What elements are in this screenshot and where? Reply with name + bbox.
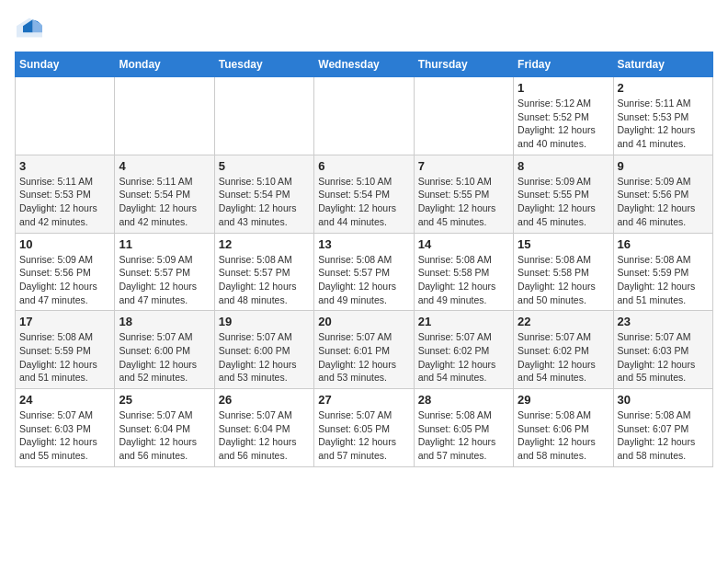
day-of-week-header: Friday	[514, 52, 613, 77]
calendar-week-row: 24Sunrise: 5:07 AM Sunset: 6:03 PM Dayli…	[16, 389, 713, 467]
calendar-day-cell: 5Sunrise: 5:10 AM Sunset: 5:54 PM Daylig…	[214, 155, 313, 233]
day-of-week-header: Thursday	[414, 52, 513, 77]
calendar-day-cell: 25Sunrise: 5:07 AM Sunset: 6:04 PM Dayli…	[115, 389, 214, 467]
day-info: Sunrise: 5:10 AM Sunset: 5:54 PM Dayligh…	[318, 175, 409, 229]
day-number: 24	[19, 393, 110, 407]
day-of-week-header: Saturday	[613, 52, 712, 77]
calendar-header-row: SundayMondayTuesdayWednesdayThursdayFrid…	[16, 52, 713, 77]
day-number: 28	[418, 393, 509, 407]
calendar-week-row: 17Sunrise: 5:08 AM Sunset: 5:59 PM Dayli…	[16, 311, 713, 389]
calendar-day-cell: 28Sunrise: 5:08 AM Sunset: 6:05 PM Dayli…	[414, 389, 513, 467]
day-info: Sunrise: 5:09 AM Sunset: 5:55 PM Dayligh…	[518, 175, 609, 229]
day-info: Sunrise: 5:08 AM Sunset: 6:07 PM Dayligh…	[618, 408, 709, 463]
day-number: 9	[618, 159, 709, 173]
calendar-day-cell: 12Sunrise: 5:08 AM Sunset: 5:57 PM Dayli…	[214, 233, 313, 311]
day-number: 1	[518, 81, 609, 95]
day-number: 22	[518, 315, 609, 328]
day-info: Sunrise: 5:08 AM Sunset: 5:59 PM Dayligh…	[19, 330, 110, 385]
day-info: Sunrise: 5:07 AM Sunset: 6:04 PM Dayligh…	[119, 408, 210, 463]
day-info: Sunrise: 5:11 AM Sunset: 5:54 PM Dayligh…	[119, 175, 210, 229]
day-number: 12	[219, 237, 310, 251]
calendar-day-cell: 13Sunrise: 5:08 AM Sunset: 5:57 PM Dayli…	[314, 233, 414, 311]
day-info: Sunrise: 5:08 AM Sunset: 5:58 PM Dayligh…	[518, 253, 609, 307]
calendar-week-row: 3Sunrise: 5:11 AM Sunset: 5:53 PM Daylig…	[16, 155, 713, 233]
calendar-day-cell: 10Sunrise: 5:09 AM Sunset: 5:56 PM Dayli…	[16, 233, 115, 311]
calendar-day-cell: 8Sunrise: 5:09 AM Sunset: 5:55 PM Daylig…	[514, 155, 613, 233]
page-header	[15, 15, 713, 40]
calendar-day-cell	[16, 77, 115, 155]
day-number: 27	[318, 393, 409, 407]
day-number: 7	[418, 159, 509, 173]
day-info: Sunrise: 5:10 AM Sunset: 5:55 PM Dayligh…	[418, 175, 509, 229]
day-number: 16	[618, 237, 709, 251]
calendar-day-cell	[214, 77, 313, 155]
day-info: Sunrise: 5:10 AM Sunset: 5:54 PM Dayligh…	[219, 175, 310, 229]
day-info: Sunrise: 5:07 AM Sunset: 6:04 PM Dayligh…	[219, 408, 310, 463]
day-info: Sunrise: 5:08 AM Sunset: 5:57 PM Dayligh…	[219, 253, 310, 307]
calendar-day-cell: 17Sunrise: 5:08 AM Sunset: 5:59 PM Dayli…	[16, 311, 115, 389]
day-of-week-header: Monday	[115, 52, 214, 77]
calendar-day-cell: 16Sunrise: 5:08 AM Sunset: 5:59 PM Dayli…	[613, 233, 712, 311]
day-info: Sunrise: 5:07 AM Sunset: 6:03 PM Dayligh…	[19, 408, 110, 463]
calendar-day-cell: 19Sunrise: 5:07 AM Sunset: 6:00 PM Dayli…	[214, 311, 313, 389]
day-info: Sunrise: 5:09 AM Sunset: 5:57 PM Dayligh…	[119, 253, 210, 307]
calendar-day-cell: 23Sunrise: 5:07 AM Sunset: 6:03 PM Dayli…	[613, 311, 712, 389]
calendar-day-cell: 21Sunrise: 5:07 AM Sunset: 6:02 PM Dayli…	[414, 311, 513, 389]
day-number: 5	[219, 159, 310, 173]
calendar-day-cell	[414, 77, 513, 155]
calendar-day-cell	[314, 77, 414, 155]
day-info: Sunrise: 5:07 AM Sunset: 6:01 PM Dayligh…	[318, 330, 409, 385]
day-info: Sunrise: 5:08 AM Sunset: 5:58 PM Dayligh…	[418, 253, 509, 307]
day-number: 14	[418, 237, 509, 251]
calendar-day-cell: 14Sunrise: 5:08 AM Sunset: 5:58 PM Dayli…	[414, 233, 513, 311]
day-info: Sunrise: 5:07 AM Sunset: 6:02 PM Dayligh…	[418, 330, 509, 385]
day-info: Sunrise: 5:07 AM Sunset: 6:00 PM Dayligh…	[219, 330, 310, 385]
calendar-day-cell: 24Sunrise: 5:07 AM Sunset: 6:03 PM Dayli…	[16, 389, 115, 467]
day-info: Sunrise: 5:08 AM Sunset: 6:06 PM Dayligh…	[518, 408, 609, 463]
day-info: Sunrise: 5:09 AM Sunset: 5:56 PM Dayligh…	[618, 175, 709, 229]
calendar-day-cell: 1Sunrise: 5:12 AM Sunset: 5:52 PM Daylig…	[514, 77, 613, 155]
day-info: Sunrise: 5:11 AM Sunset: 5:53 PM Dayligh…	[618, 97, 709, 151]
day-number: 13	[318, 237, 409, 251]
calendar-day-cell: 20Sunrise: 5:07 AM Sunset: 6:01 PM Dayli…	[314, 311, 414, 389]
calendar-table: SundayMondayTuesdayWednesdayThursdayFrid…	[15, 52, 713, 467]
calendar-day-cell: 4Sunrise: 5:11 AM Sunset: 5:54 PM Daylig…	[115, 155, 214, 233]
day-info: Sunrise: 5:07 AM Sunset: 6:02 PM Dayligh…	[518, 330, 609, 385]
logo-icon	[15, 15, 44, 40]
calendar-day-cell: 9Sunrise: 5:09 AM Sunset: 5:56 PM Daylig…	[613, 155, 712, 233]
calendar-day-cell: 15Sunrise: 5:08 AM Sunset: 5:58 PM Dayli…	[514, 233, 613, 311]
day-info: Sunrise: 5:08 AM Sunset: 5:57 PM Dayligh…	[318, 253, 409, 307]
day-number: 8	[518, 159, 609, 173]
calendar-day-cell	[115, 77, 214, 155]
day-info: Sunrise: 5:07 AM Sunset: 6:05 PM Dayligh…	[318, 408, 409, 463]
day-info: Sunrise: 5:09 AM Sunset: 5:56 PM Dayligh…	[19, 253, 110, 307]
day-info: Sunrise: 5:07 AM Sunset: 6:03 PM Dayligh…	[618, 330, 709, 385]
day-number: 3	[19, 159, 110, 173]
calendar-day-cell: 3Sunrise: 5:11 AM Sunset: 5:53 PM Daylig…	[16, 155, 115, 233]
day-number: 11	[119, 237, 210, 251]
calendar-day-cell: 26Sunrise: 5:07 AM Sunset: 6:04 PM Dayli…	[214, 389, 313, 467]
day-number: 6	[318, 159, 409, 173]
day-number: 23	[618, 315, 709, 328]
day-number: 2	[618, 81, 709, 95]
day-number: 4	[119, 159, 210, 173]
calendar-day-cell: 7Sunrise: 5:10 AM Sunset: 5:55 PM Daylig…	[414, 155, 513, 233]
day-info: Sunrise: 5:11 AM Sunset: 5:53 PM Dayligh…	[19, 175, 110, 229]
calendar-week-row: 10Sunrise: 5:09 AM Sunset: 5:56 PM Dayli…	[16, 233, 713, 311]
day-number: 26	[219, 393, 310, 407]
day-number: 15	[518, 237, 609, 251]
calendar-day-cell: 30Sunrise: 5:08 AM Sunset: 6:07 PM Dayli…	[613, 389, 712, 467]
day-info: Sunrise: 5:07 AM Sunset: 6:00 PM Dayligh…	[119, 330, 210, 385]
calendar-day-cell: 27Sunrise: 5:07 AM Sunset: 6:05 PM Dayli…	[314, 389, 414, 467]
calendar-day-cell: 2Sunrise: 5:11 AM Sunset: 5:53 PM Daylig…	[613, 77, 712, 155]
day-of-week-header: Wednesday	[314, 52, 414, 77]
day-number: 17	[19, 315, 110, 328]
calendar-day-cell: 22Sunrise: 5:07 AM Sunset: 6:02 PM Dayli…	[514, 311, 613, 389]
day-info: Sunrise: 5:08 AM Sunset: 6:05 PM Dayligh…	[418, 408, 509, 463]
day-info: Sunrise: 5:12 AM Sunset: 5:52 PM Dayligh…	[518, 97, 609, 151]
day-of-week-header: Tuesday	[214, 52, 313, 77]
calendar-day-cell: 29Sunrise: 5:08 AM Sunset: 6:06 PM Dayli…	[514, 389, 613, 467]
day-number: 30	[618, 393, 709, 407]
day-info: Sunrise: 5:08 AM Sunset: 5:59 PM Dayligh…	[618, 253, 709, 307]
day-number: 10	[19, 237, 110, 251]
